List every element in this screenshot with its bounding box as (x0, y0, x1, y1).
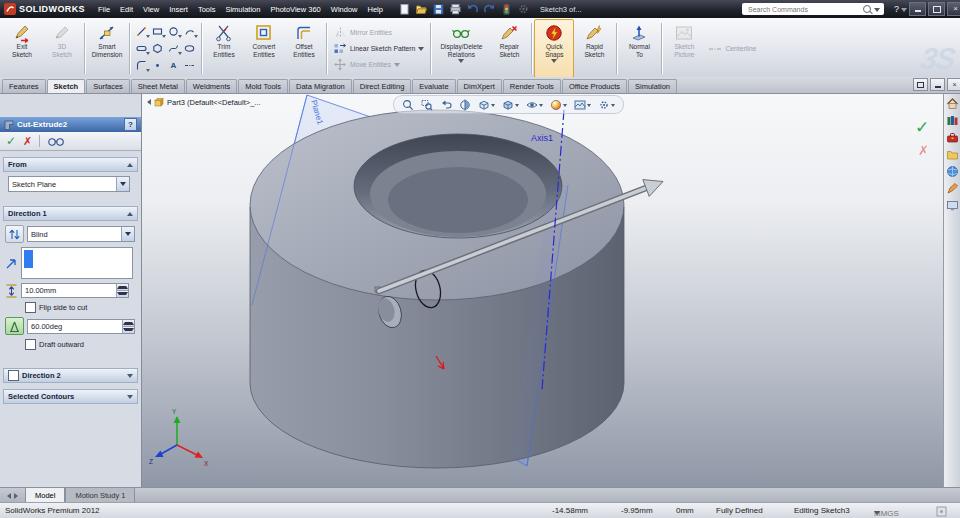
direction1-collapse-icon[interactable] (127, 209, 133, 216)
3d-sketch-button[interactable]: 3DSketch (42, 19, 82, 78)
normal-to-button[interactable]: NormalTo (619, 19, 659, 78)
rapid-sketch-button[interactable]: RapidSketch (574, 19, 614, 78)
apply-scene-button[interactable] (574, 99, 591, 111)
tab-features[interactable]: Features (2, 79, 46, 93)
new-document-icon[interactable] (398, 3, 411, 15)
depth-decrement-button[interactable] (117, 290, 128, 297)
motion-study-tab[interactable]: Motion Study 1 (65, 488, 135, 503)
quick-tips-icon[interactable] (936, 506, 947, 517)
menu-file[interactable]: File (93, 3, 115, 16)
direction2-checkbox[interactable] (8, 370, 19, 381)
search-dropdown-icon[interactable] (874, 8, 880, 15)
previous-view-button[interactable] (440, 99, 452, 111)
smart-dimension-button[interactable]: SmartDimension (87, 19, 127, 78)
view-palette-icon[interactable] (946, 182, 959, 195)
search-input[interactable] (746, 5, 860, 14)
draft-outward-checkbox[interactable] (25, 339, 36, 350)
depth-spinner[interactable]: 10.00mm (21, 283, 129, 298)
exit-sketch-button[interactable]: ExitSketch (2, 19, 42, 78)
offset-entities-button[interactable]: OffsetEntities (284, 19, 324, 78)
window-minimize-button[interactable] (909, 2, 926, 16)
draft-angle-value[interactable]: 60.00deg (28, 322, 122, 331)
tab-render-tools[interactable]: Render Tools (503, 79, 561, 93)
trim-entities-button[interactable]: TrimEntities (204, 19, 244, 78)
help-dropdown-icon[interactable] (901, 8, 907, 15)
linear-pattern-dropdown-icon[interactable] (418, 47, 424, 54)
options-gear-icon[interactable] (517, 3, 530, 15)
reverse-direction-button[interactable] (5, 225, 24, 243)
hide-show-dropdown-icon[interactable] (539, 104, 543, 109)
menu-insert[interactable]: Insert (164, 3, 193, 16)
from-collapse-icon[interactable] (127, 160, 133, 167)
appearances-scenes-icon[interactable] (946, 199, 959, 212)
flip-side-checkbox[interactable] (25, 302, 36, 313)
quick-snaps-dropdown-icon[interactable] (551, 59, 557, 66)
from-section-header[interactable]: From (3, 157, 138, 172)
window-maximize-button[interactable] (928, 2, 945, 16)
menu-photoview[interactable]: PhotoView 360 (265, 3, 325, 16)
tab-direct-editing[interactable]: Direct Editing (353, 79, 412, 93)
open-icon[interactable] (415, 3, 428, 15)
rectangle-tool[interactable] (150, 24, 165, 40)
undo-icon[interactable] (466, 3, 479, 15)
point-tool[interactable] (150, 58, 165, 74)
tab-evaluate[interactable]: Evaluate (412, 79, 455, 93)
end-condition-dropdown-button[interactable] (121, 227, 134, 241)
tab-sheet-metal[interactable]: Sheet Metal (131, 79, 185, 93)
doc-minimize-button[interactable] (930, 78, 945, 91)
search-globe-icon[interactable] (946, 165, 959, 178)
view-settings-button[interactable] (598, 99, 615, 111)
tab-office-products[interactable]: Office Products (562, 79, 627, 93)
doc-restore-button[interactable] (913, 78, 928, 91)
hide-show-items-button[interactable] (526, 99, 543, 111)
model-scene[interactable]: Plane1 Axis1 (141, 93, 944, 487)
tab-data-migration[interactable]: Data Migration (289, 79, 352, 93)
file-explorer-folder-icon[interactable] (946, 148, 959, 161)
text-tool[interactable]: A (166, 58, 181, 74)
menu-help[interactable]: Help (362, 3, 387, 16)
arc-tool[interactable] (182, 24, 197, 40)
display-delete-relations-button[interactable]: Display/DeleteRelations (433, 19, 489, 78)
zoom-to-fit-button[interactable] (402, 99, 414, 111)
construction-line-tool[interactable] (182, 58, 197, 74)
depth-value[interactable]: 10.00mm (22, 286, 116, 295)
menu-edit[interactable]: Edit (115, 3, 138, 16)
model-tab[interactable]: Model (25, 488, 65, 503)
polygon-tool[interactable] (150, 41, 165, 57)
save-icon[interactable] (432, 3, 445, 15)
tab-mold-tools[interactable]: Mold Tools (238, 79, 288, 93)
from-dropdown[interactable]: Sketch Plane (8, 176, 130, 192)
menu-tools[interactable]: Tools (193, 3, 221, 16)
direction2-section-header[interactable]: Direction 2 (3, 368, 138, 383)
end-condition-dropdown[interactable]: Blind (27, 226, 135, 242)
circle-tool[interactable] (166, 24, 181, 40)
move-entities-dropdown-icon[interactable] (394, 63, 400, 70)
ellipse-tool[interactable] (182, 41, 197, 57)
rebuild-icon[interactable] (500, 3, 513, 15)
zoom-to-area-button[interactable] (421, 99, 433, 111)
tab-sketch[interactable]: Sketch (47, 79, 86, 93)
view-orientation-dropdown-icon[interactable] (491, 104, 495, 109)
view-settings-dropdown-icon[interactable] (611, 104, 615, 109)
search-commands-box[interactable] (742, 3, 884, 15)
pm-ok-button[interactable]: ✓ (6, 135, 16, 147)
window-close-button[interactable]: × (947, 2, 960, 16)
print-icon[interactable] (449, 3, 462, 15)
direction2-expand-icon[interactable] (127, 374, 133, 381)
from-dropdown-button[interactable] (116, 177, 129, 191)
tab-simulation[interactable]: Simulation (628, 79, 677, 93)
tab-scroll-left-icon[interactable] (4, 493, 11, 499)
confirm-ok-button[interactable]: ✓ (915, 117, 929, 138)
menu-view[interactable]: View (138, 3, 164, 16)
draft-button[interactable] (5, 317, 24, 335)
doc-close-button[interactable]: × (947, 78, 960, 91)
redo-icon[interactable] (483, 3, 496, 15)
display-style-dropdown-icon[interactable] (515, 104, 519, 109)
direction1-section-header[interactable]: Direction 1 (3, 206, 138, 221)
graphics-area[interactable]: Plane1 Axis1 (141, 93, 944, 487)
tab-weldments[interactable]: Weldments (186, 79, 237, 93)
centerline-button[interactable]: Centerline (708, 44, 756, 54)
repair-sketch-button[interactable]: RepairSketch (489, 19, 529, 78)
selected-contours-expand-icon[interactable] (127, 395, 133, 402)
pm-help-button[interactable]: ? (124, 118, 137, 131)
